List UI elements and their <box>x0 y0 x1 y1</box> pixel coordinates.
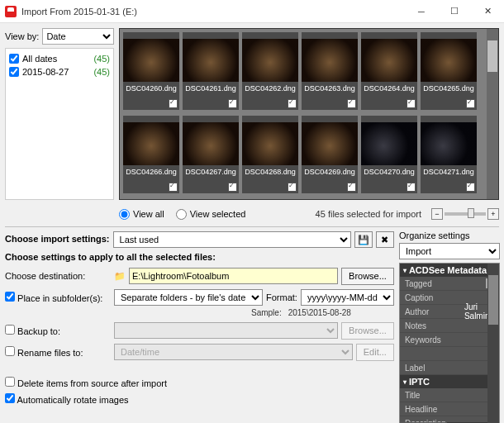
thumbnail-checkbox[interactable] <box>288 183 297 192</box>
view-selected-radio[interactable]: View selected <box>176 209 246 220</box>
thumbnail-image <box>183 39 239 82</box>
metadata-key: Label <box>400 364 464 373</box>
thumbnail-item[interactable]: DSC04271.dng <box>421 116 477 193</box>
rename-checkbox[interactable] <box>5 346 15 356</box>
metadata-scrollbar-thumb[interactable] <box>488 275 498 325</box>
thumbs-scrollbar[interactable] <box>487 29 498 199</box>
metadata-row[interactable]: Tagged <box>400 277 499 291</box>
delete-source-checkbox[interactable] <box>5 377 15 387</box>
thumbnail-filename: DSC04264.dng <box>361 84 417 93</box>
browse-dest-button[interactable]: Browse... <box>341 268 394 285</box>
metadata-row[interactable]: Label <box>400 361 499 375</box>
thumbnail-image <box>421 122 477 165</box>
thumbnail-checkbox[interactable] <box>169 183 178 192</box>
close-button[interactable]: ✕ <box>471 0 504 23</box>
minimize-button[interactable]: ─ <box>405 0 438 23</box>
thumbnail-checkbox[interactable] <box>347 183 356 192</box>
date-list: All dates (45) 2015-08-27 (45) <box>5 48 114 200</box>
metadata-row[interactable]: Title <box>400 388 499 402</box>
thumbnail-item[interactable]: DSC04262.dng <box>242 32 298 110</box>
organize-label: Organize settings <box>399 231 500 240</box>
organize-preset-select[interactable]: Import <box>399 243 500 259</box>
metadata-row[interactable] <box>400 347 499 361</box>
backup-path-select <box>114 322 338 339</box>
view-all-radio[interactable]: View all <box>119 209 164 220</box>
thumbs-scrollbar-thumb[interactable] <box>487 40 497 72</box>
choose-settings-label: Choose import settings: <box>5 234 110 244</box>
date-item-0[interactable]: 2015-08-27 (45) <box>9 65 110 78</box>
thumbnail-filename: DSC04269.dng <box>302 168 358 176</box>
apply-heading: Choose settings to apply to all the sele… <box>5 252 394 262</box>
destination-input[interactable] <box>129 268 338 284</box>
thumbnail-checkbox[interactable] <box>288 99 297 108</box>
auto-rotate-checkbox[interactable] <box>5 393 15 403</box>
thumbnail-checkbox[interactable] <box>466 99 475 108</box>
thumbnail-checkbox[interactable] <box>347 99 356 108</box>
thumbnail-checkbox[interactable] <box>228 183 237 192</box>
thumbnail-checkbox[interactable] <box>466 183 475 192</box>
thumbnail-filename: DSC04260.dng <box>123 84 179 93</box>
rename-checkbox-label[interactable]: Rename files to: <box>5 346 111 358</box>
collapse-icon: ▾ <box>403 378 407 386</box>
date-item-all[interactable]: All dates (45) <box>9 52 110 65</box>
thumbnail-filename: DSC04261.dng <box>183 84 239 93</box>
thumbnail-item[interactable]: DSC04265.dng <box>421 32 477 110</box>
thumbnail-item[interactable]: DSC04268.dng <box>242 116 298 193</box>
zoom-out-button[interactable]: − <box>431 208 443 220</box>
thumbnail-checkbox[interactable] <box>407 99 416 108</box>
zoom-in-button[interactable]: + <box>487 208 499 220</box>
metadata-row[interactable]: Headline <box>400 402 499 416</box>
zoom-slider[interactable] <box>445 212 486 216</box>
metadata-row[interactable]: Keywords <box>400 333 499 347</box>
metadata-row[interactable]: AuthorJuri Salminen <box>400 305 499 319</box>
maximize-button[interactable]: ☐ <box>438 0 471 23</box>
zoom-knob[interactable] <box>468 208 474 218</box>
browse-backup-button: Browse... <box>341 322 394 340</box>
x-icon: ✖ <box>381 235 388 245</box>
thumbnail-item[interactable]: DSC04260.dng <box>123 32 179 110</box>
thumbnail-image <box>302 39 358 82</box>
subfolders-checkbox-label[interactable]: Place in subfolder(s): <box>5 292 111 303</box>
thumbnail-checkbox[interactable] <box>228 99 237 108</box>
thumbnail-image <box>123 122 179 165</box>
metadata-row[interactable]: Notes <box>400 319 499 333</box>
thumbnail-item[interactable]: DSC04261.dng <box>183 32 239 110</box>
date-all-checkbox[interactable] <box>9 54 19 64</box>
titlebar: Import From 2015-01-31 (E:) ─ ☐ ✕ <box>0 0 504 23</box>
delete-source-checkbox-label[interactable]: Delete items from source after import <box>5 377 167 388</box>
metadata-section-iptc[interactable]: ▾IPTC <box>400 375 499 388</box>
floppy-icon: 💾 <box>358 235 369 245</box>
thumbnail-item[interactable]: DSC04264.dng <box>361 32 417 110</box>
thumbnail-checkbox[interactable] <box>407 183 416 192</box>
metadata-section-acdsee[interactable]: ▾ACDSee Metadata <box>400 264 499 277</box>
format-select[interactable]: yyyy\yyyy-MM-dd <box>301 289 394 306</box>
rename-template-select: Date/time <box>114 344 353 360</box>
thumbnail-checkbox[interactable] <box>169 99 178 108</box>
thumbnail-item[interactable]: DSC04266.dng <box>123 116 179 193</box>
thumbnail-item[interactable]: DSC04270.dng <box>361 116 417 193</box>
metadata-key: Caption <box>400 293 464 302</box>
collapse-icon: ▾ <box>403 267 407 274</box>
thumbnail-image <box>361 122 417 165</box>
save-settings-icon[interactable]: 💾 <box>354 231 373 248</box>
date-0-checkbox[interactable] <box>9 67 19 77</box>
sample-label: Sample: <box>251 308 282 317</box>
subfolders-mode-select[interactable]: Separate folders - by file's date <box>114 289 263 306</box>
auto-rotate-checkbox-label[interactable]: Automatically rotate images <box>5 393 129 405</box>
subfolders-checkbox[interactable] <box>5 292 15 302</box>
delete-settings-icon[interactable]: ✖ <box>376 231 394 248</box>
import-settings-select[interactable]: Last used <box>113 231 351 248</box>
thumbnail-image <box>242 122 298 165</box>
thumbnail-grid[interactable]: DSC04260.dngDSC04261.dngDSC04262.dngDSC0… <box>119 28 499 200</box>
metadata-scrollbar[interactable] <box>487 264 499 423</box>
backup-checkbox-label[interactable]: Backup to: <box>5 325 111 336</box>
thumbnail-item[interactable]: DSC04269.dng <box>302 116 358 193</box>
viewby-select[interactable]: Date <box>42 28 114 45</box>
thumbnail-image <box>123 39 179 82</box>
backup-checkbox[interactable] <box>5 325 15 335</box>
thumbnail-item[interactable]: DSC04267.dng <box>183 116 239 193</box>
metadata-key: Title <box>400 391 464 400</box>
thumbnail-item[interactable]: DSC04263.dng <box>302 32 358 110</box>
metadata-key: Keywords <box>400 335 464 345</box>
window-title: Import From 2015-01-31 (E:) <box>21 7 405 17</box>
